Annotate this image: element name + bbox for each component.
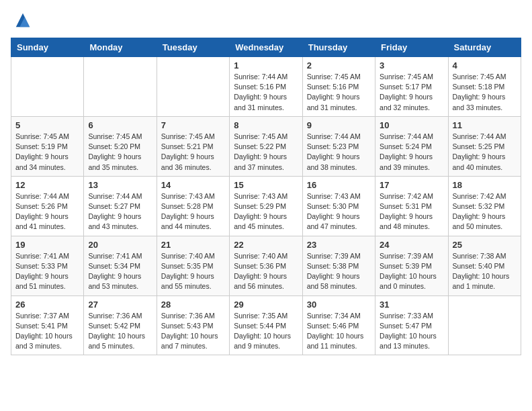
day-number: 28 bbox=[161, 300, 225, 310]
calendar-cell: 18Sunrise: 7:42 AM Sunset: 5:32 PM Dayli… bbox=[448, 176, 521, 236]
day-info: Sunrise: 7:40 AM Sunset: 5:35 PM Dayligh… bbox=[161, 251, 225, 292]
day-number: 31 bbox=[380, 300, 443, 310]
calendar-week-row: 5Sunrise: 7:45 AM Sunset: 5:19 PM Daylig… bbox=[11, 116, 521, 176]
day-number: 10 bbox=[380, 120, 443, 130]
day-number: 11 bbox=[453, 120, 517, 130]
calendar-cell: 31Sunrise: 7:33 AM Sunset: 5:47 PM Dayli… bbox=[375, 295, 448, 355]
calendar-cell: 12Sunrise: 7:44 AM Sunset: 5:26 PM Dayli… bbox=[11, 176, 84, 236]
day-number: 26 bbox=[15, 300, 79, 310]
day-number: 13 bbox=[88, 180, 152, 190]
day-info: Sunrise: 7:41 AM Sunset: 5:33 PM Dayligh… bbox=[15, 251, 79, 292]
calendar-cell: 25Sunrise: 7:38 AM Sunset: 5:40 PM Dayli… bbox=[448, 236, 521, 295]
calendar-cell bbox=[448, 295, 521, 355]
day-info: Sunrise: 7:44 AM Sunset: 5:16 PM Dayligh… bbox=[234, 72, 298, 113]
day-number: 17 bbox=[380, 180, 443, 190]
day-info: Sunrise: 7:42 AM Sunset: 5:31 PM Dayligh… bbox=[380, 191, 443, 232]
day-info: Sunrise: 7:37 AM Sunset: 5:41 PM Dayligh… bbox=[15, 311, 79, 352]
day-number: 3 bbox=[380, 60, 443, 71]
day-info: Sunrise: 7:44 AM Sunset: 5:24 PM Dayligh… bbox=[380, 132, 443, 173]
day-number: 14 bbox=[161, 180, 225, 190]
calendar-week-row: 26Sunrise: 7:37 AM Sunset: 5:41 PM Dayli… bbox=[11, 295, 521, 355]
logo bbox=[11, 11, 32, 30]
calendar-cell: 23Sunrise: 7:39 AM Sunset: 5:38 PM Dayli… bbox=[302, 236, 375, 295]
day-number: 23 bbox=[307, 240, 371, 250]
day-number: 20 bbox=[88, 240, 152, 250]
calendar-cell: 13Sunrise: 7:44 AM Sunset: 5:27 PM Dayli… bbox=[84, 176, 157, 236]
day-number: 1 bbox=[234, 60, 298, 71]
calendar-cell: 30Sunrise: 7:34 AM Sunset: 5:46 PM Dayli… bbox=[302, 295, 375, 355]
day-info: Sunrise: 7:45 AM Sunset: 5:18 PM Dayligh… bbox=[453, 72, 517, 113]
day-info: Sunrise: 7:45 AM Sunset: 5:20 PM Dayligh… bbox=[88, 132, 152, 173]
page-header bbox=[11, 11, 521, 30]
day-info: Sunrise: 7:44 AM Sunset: 5:23 PM Dayligh… bbox=[307, 132, 371, 173]
calendar-table: SundayMondayTuesdayWednesdayThursdayFrid… bbox=[11, 38, 521, 355]
day-info: Sunrise: 7:41 AM Sunset: 5:34 PM Dayligh… bbox=[88, 251, 152, 292]
day-of-week-header: Saturday bbox=[448, 38, 521, 57]
day-number: 22 bbox=[234, 240, 298, 250]
day-info: Sunrise: 7:43 AM Sunset: 5:28 PM Dayligh… bbox=[161, 191, 225, 232]
day-of-week-header: Friday bbox=[375, 38, 448, 57]
day-info: Sunrise: 7:44 AM Sunset: 5:26 PM Dayligh… bbox=[15, 191, 79, 232]
day-number: 16 bbox=[307, 180, 371, 190]
day-info: Sunrise: 7:43 AM Sunset: 5:29 PM Dayligh… bbox=[234, 191, 298, 232]
day-number: 30 bbox=[307, 300, 371, 310]
day-info: Sunrise: 7:35 AM Sunset: 5:44 PM Dayligh… bbox=[234, 311, 298, 352]
day-number: 8 bbox=[234, 120, 298, 130]
calendar-cell bbox=[11, 57, 84, 117]
day-info: Sunrise: 7:39 AM Sunset: 5:39 PM Dayligh… bbox=[380, 251, 443, 292]
day-info: Sunrise: 7:44 AM Sunset: 5:27 PM Dayligh… bbox=[88, 191, 152, 232]
day-of-week-header: Thursday bbox=[302, 38, 375, 57]
day-info: Sunrise: 7:36 AM Sunset: 5:43 PM Dayligh… bbox=[161, 311, 225, 352]
day-info: Sunrise: 7:45 AM Sunset: 5:16 PM Dayligh… bbox=[307, 72, 371, 113]
calendar-week-row: 1Sunrise: 7:44 AM Sunset: 5:16 PM Daylig… bbox=[11, 57, 521, 117]
calendar-cell: 9Sunrise: 7:44 AM Sunset: 5:23 PM Daylig… bbox=[302, 116, 375, 176]
calendar-cell: 1Sunrise: 7:44 AM Sunset: 5:16 PM Daylig… bbox=[230, 57, 302, 117]
calendar-cell: 17Sunrise: 7:42 AM Sunset: 5:31 PM Dayli… bbox=[375, 176, 448, 236]
day-info: Sunrise: 7:45 AM Sunset: 5:17 PM Dayligh… bbox=[380, 72, 443, 113]
day-number: 21 bbox=[161, 240, 225, 250]
day-number: 24 bbox=[380, 240, 443, 250]
day-number: 6 bbox=[88, 120, 152, 130]
calendar-cell: 15Sunrise: 7:43 AM Sunset: 5:29 PM Dayli… bbox=[230, 176, 302, 236]
day-info: Sunrise: 7:44 AM Sunset: 5:25 PM Dayligh… bbox=[453, 132, 517, 173]
logo-icon bbox=[13, 11, 32, 30]
day-number: 27 bbox=[88, 300, 152, 310]
calendar-cell: 19Sunrise: 7:41 AM Sunset: 5:33 PM Dayli… bbox=[11, 236, 84, 295]
calendar-cell: 22Sunrise: 7:40 AM Sunset: 5:36 PM Dayli… bbox=[230, 236, 302, 295]
day-info: Sunrise: 7:39 AM Sunset: 5:38 PM Dayligh… bbox=[307, 251, 371, 292]
day-of-week-header: Monday bbox=[84, 38, 157, 57]
day-of-week-header: Wednesday bbox=[230, 38, 302, 57]
day-of-week-header: Tuesday bbox=[157, 38, 229, 57]
calendar-cell: 6Sunrise: 7:45 AM Sunset: 5:20 PM Daylig… bbox=[84, 116, 157, 176]
day-number: 2 bbox=[307, 60, 371, 71]
calendar-cell: 11Sunrise: 7:44 AM Sunset: 5:25 PM Dayli… bbox=[448, 116, 521, 176]
day-info: Sunrise: 7:34 AM Sunset: 5:46 PM Dayligh… bbox=[307, 311, 371, 352]
day-of-week-header: Sunday bbox=[11, 38, 84, 57]
day-number: 18 bbox=[453, 180, 517, 190]
calendar-cell: 21Sunrise: 7:40 AM Sunset: 5:35 PM Dayli… bbox=[157, 236, 229, 295]
calendar-cell: 24Sunrise: 7:39 AM Sunset: 5:39 PM Dayli… bbox=[375, 236, 448, 295]
calendar-cell bbox=[84, 57, 157, 117]
day-info: Sunrise: 7:43 AM Sunset: 5:30 PM Dayligh… bbox=[307, 191, 371, 232]
calendar-cell: 7Sunrise: 7:45 AM Sunset: 5:21 PM Daylig… bbox=[157, 116, 229, 176]
day-number: 15 bbox=[234, 180, 298, 190]
calendar-cell: 26Sunrise: 7:37 AM Sunset: 5:41 PM Dayli… bbox=[11, 295, 84, 355]
day-info: Sunrise: 7:45 AM Sunset: 5:21 PM Dayligh… bbox=[161, 132, 225, 173]
day-info: Sunrise: 7:40 AM Sunset: 5:36 PM Dayligh… bbox=[234, 251, 298, 292]
calendar-week-row: 12Sunrise: 7:44 AM Sunset: 5:26 PM Dayli… bbox=[11, 176, 521, 236]
calendar-cell: 10Sunrise: 7:44 AM Sunset: 5:24 PM Dayli… bbox=[375, 116, 448, 176]
calendar-cell: 8Sunrise: 7:45 AM Sunset: 5:22 PM Daylig… bbox=[230, 116, 302, 176]
day-number: 5 bbox=[15, 120, 79, 130]
day-info: Sunrise: 7:38 AM Sunset: 5:40 PM Dayligh… bbox=[453, 251, 517, 292]
calendar-cell bbox=[157, 57, 229, 117]
day-number: 9 bbox=[307, 120, 371, 130]
calendar-week-row: 19Sunrise: 7:41 AM Sunset: 5:33 PM Dayli… bbox=[11, 236, 521, 295]
day-number: 12 bbox=[15, 180, 79, 190]
calendar-cell: 2Sunrise: 7:45 AM Sunset: 5:16 PM Daylig… bbox=[302, 57, 375, 117]
calendar-cell: 27Sunrise: 7:36 AM Sunset: 5:42 PM Dayli… bbox=[84, 295, 157, 355]
calendar-cell: 4Sunrise: 7:45 AM Sunset: 5:18 PM Daylig… bbox=[448, 57, 521, 117]
day-number: 7 bbox=[161, 120, 225, 130]
calendar-cell: 20Sunrise: 7:41 AM Sunset: 5:34 PM Dayli… bbox=[84, 236, 157, 295]
day-info: Sunrise: 7:45 AM Sunset: 5:22 PM Dayligh… bbox=[234, 132, 298, 173]
day-info: Sunrise: 7:45 AM Sunset: 5:19 PM Dayligh… bbox=[15, 132, 79, 173]
